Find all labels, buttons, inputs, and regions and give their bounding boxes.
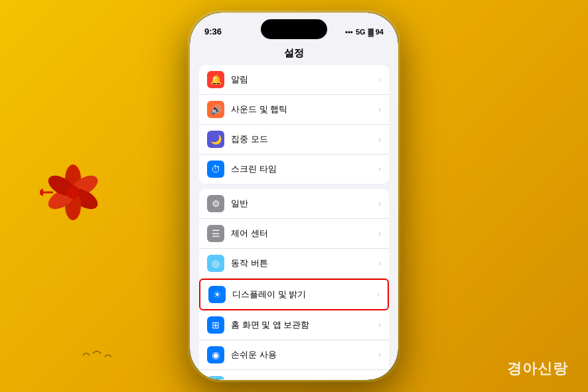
settings-item-actionbutton[interactable]: ◎ 동작 버튼 › [199, 249, 389, 279]
alarm-label: 알림 [231, 74, 378, 86]
sound-label: 사운드 및 햅틱 [231, 103, 378, 115]
screentime-chevron: › [378, 164, 381, 174]
birds-decoration [80, 346, 133, 365]
settings-item-display[interactable]: ☀ 디스플레이 및 밝기 › [199, 279, 389, 310]
controlcenter-label: 제어 센터 [231, 228, 378, 239]
battery-icon: ▓ 94 [368, 28, 384, 36]
sound-chevron: › [378, 105, 381, 114]
dynamic-island [261, 19, 327, 39]
focus-chevron: › [378, 135, 381, 144]
settings-item-homescreen[interactable]: ⊞ 홈 화면 및 앱 보관함 › [199, 310, 389, 340]
watermark: 경아신랑 [507, 359, 568, 379]
controlcenter-chevron: › [378, 229, 381, 238]
accessibility-chevron: › [378, 350, 381, 359]
alarm-chevron: › [378, 75, 381, 84]
display-chevron: › [377, 290, 380, 299]
controlcenter-icon: ☰ [207, 225, 224, 242]
general-chevron: › [378, 199, 381, 208]
settings-item-focus[interactable]: 🌙 집중 모드 › [199, 125, 389, 155]
wallpaper-icon: 🖼 [207, 376, 224, 379]
status-time: 9:36 [204, 27, 222, 36]
signal-icon: ▪▪▪ [345, 28, 353, 36]
svg-marker-8 [40, 188, 43, 196]
settings-item-general[interactable]: ⚙ 일반 › [199, 189, 389, 219]
settings-item-controlcenter[interactable]: ☰ 제어 센터 › [199, 219, 389, 249]
focus-icon: 🌙 [207, 131, 224, 148]
flower-decoration [40, 159, 106, 226]
section-notifications: 🔔 알림 › 🔊 사운드 및 햅틱 › 🌙 집중 모드 › [199, 65, 389, 184]
accessibility-icon: ◉ [207, 346, 224, 363]
status-icons: ▪▪▪ 5G ▓ 94 [345, 28, 384, 36]
settings-list[interactable]: 🔔 알림 › 🔊 사운드 및 햅틱 › 🌙 집중 모드 › [190, 65, 398, 379]
svg-point-6 [66, 186, 80, 199]
display-icon: ☀ [208, 286, 226, 303]
actionbutton-icon: ◎ [207, 255, 224, 272]
settings-item-accessibility[interactable]: ◉ 손쉬운 사용 › [199, 340, 389, 370]
homescreen-chevron: › [378, 320, 381, 330]
phone-inner: 9:36 ▪▪▪ 5G ▓ 94 설정 🔔 알림 [190, 13, 398, 380]
screentime-icon: ⏱ [207, 161, 224, 178]
settings-item-sound[interactable]: 🔊 사운드 및 햅틱 › [199, 95, 389, 125]
actionbutton-label: 동작 버튼 [231, 257, 378, 269]
display-label: 디스플레이 및 밝기 [232, 289, 377, 300]
focus-label: 집중 모드 [231, 133, 378, 145]
network-type: 5G [356, 28, 366, 36]
general-label: 일반 [231, 198, 378, 210]
phone-shell: 9:36 ▪▪▪ 5G ▓ 94 설정 🔔 알림 [188, 11, 400, 382]
phone-container: 9:36 ▪▪▪ 5G ▓ 94 설정 🔔 알림 [188, 11, 400, 382]
actionbutton-chevron: › [378, 259, 381, 268]
settings-item-alarm[interactable]: 🔔 알림 › [199, 65, 389, 95]
wallpaper-label: 배경화면 [231, 379, 378, 379]
settings-item-screentime[interactable]: ⏱ 스크린 타임 › [199, 155, 389, 184]
settings-item-wallpaper[interactable]: 🖼 배경화면 › [199, 370, 389, 379]
accessibility-label: 손쉬운 사용 [231, 349, 378, 361]
screentime-label: 스크린 타임 [231, 163, 378, 175]
homescreen-label: 홈 화면 및 앱 보관함 [231, 319, 378, 331]
general-icon: ⚙ [207, 195, 224, 212]
sound-icon: 🔊 [207, 101, 224, 118]
homescreen-icon: ⊞ [207, 316, 224, 334]
alarm-icon: 🔔 [207, 71, 224, 88]
screen: 9:36 ▪▪▪ 5G ▓ 94 설정 🔔 알림 [190, 13, 398, 380]
section-general: ⚙ 일반 › ☰ 제어 센터 › ◎ 동작 버튼 › [199, 189, 389, 379]
